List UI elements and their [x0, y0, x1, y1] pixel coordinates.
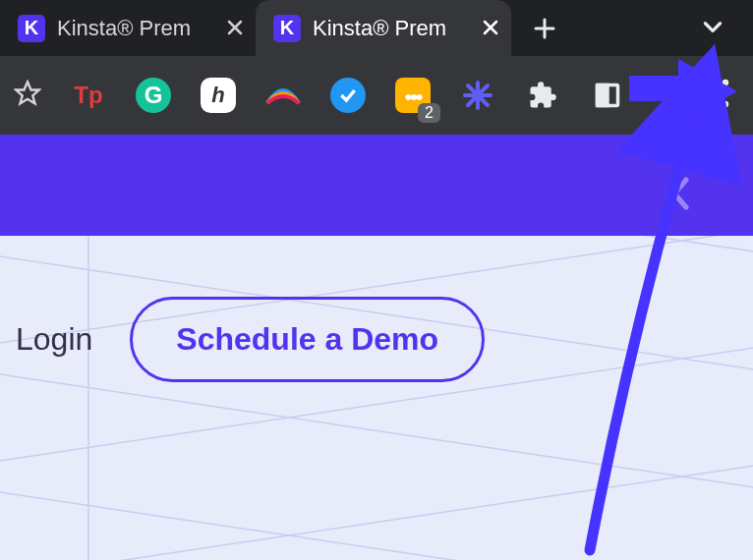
svg-line-15	[0, 236, 753, 265]
svg-point-7	[723, 80, 728, 85]
browser-tab-active[interactable]: K Kinsta® Prem	[256, 0, 511, 56]
login-link[interactable]: Login	[16, 321, 92, 358]
browser-tab-inactive[interactable]: K Kinsta® Prem	[0, 0, 256, 56]
cta-row: Login Schedule a Demo	[16, 297, 485, 382]
svg-marker-0	[16, 82, 38, 103]
extension-rainbow-icon[interactable]	[265, 78, 301, 113]
extensions-menu-icon[interactable]	[525, 78, 560, 113]
tab-favicon: K	[273, 15, 301, 42]
extension-window-icon[interactable]	[590, 78, 625, 113]
browser-tab-strip: K Kinsta® Prem K Kinsta® Prem	[0, 0, 753, 56]
page-content-area: Login Schedule a Demo	[0, 236, 753, 560]
tabs-dropdown-icon[interactable]	[700, 14, 725, 43]
tab-close-icon[interactable]	[224, 16, 246, 41]
extension-loom-icon[interactable]	[460, 78, 495, 113]
extension-lastpass-icon[interactable]: ••• 2	[395, 78, 431, 113]
bookmark-star-icon[interactable]	[14, 80, 41, 111]
tab-close-icon[interactable]	[480, 16, 501, 41]
svg-point-8	[723, 90, 728, 96]
svg-line-13	[0, 452, 753, 560]
svg-line-18	[0, 472, 753, 560]
extension-check-icon[interactable]	[330, 78, 366, 113]
extension-honey-icon[interactable]: h	[201, 78, 236, 113]
chrome-more-menu-icon[interactable]	[722, 79, 729, 112]
extension-tp-icon[interactable]: Tp	[71, 78, 106, 113]
extension-badge: 2	[418, 103, 440, 123]
tab-favicon: K	[18, 15, 45, 42]
isometric-grid-background	[0, 236, 753, 560]
svg-line-10	[0, 236, 753, 246]
tab-title: Kinsta® Prem	[57, 16, 212, 41]
new-tab-button[interactable]	[525, 9, 564, 48]
site-banner-purple	[0, 135, 753, 236]
tab-title: Kinsta® Prem	[313, 16, 468, 41]
schedule-demo-button[interactable]: Schedule a Demo	[130, 297, 485, 382]
svg-rect-6	[598, 85, 608, 106]
browser-toolbar-row: Tp G h ••• 2	[0, 56, 753, 135]
svg-point-9	[723, 101, 728, 107]
extension-grammarly-icon[interactable]: G	[136, 78, 171, 113]
banner-chevron-icon	[666, 174, 694, 217]
